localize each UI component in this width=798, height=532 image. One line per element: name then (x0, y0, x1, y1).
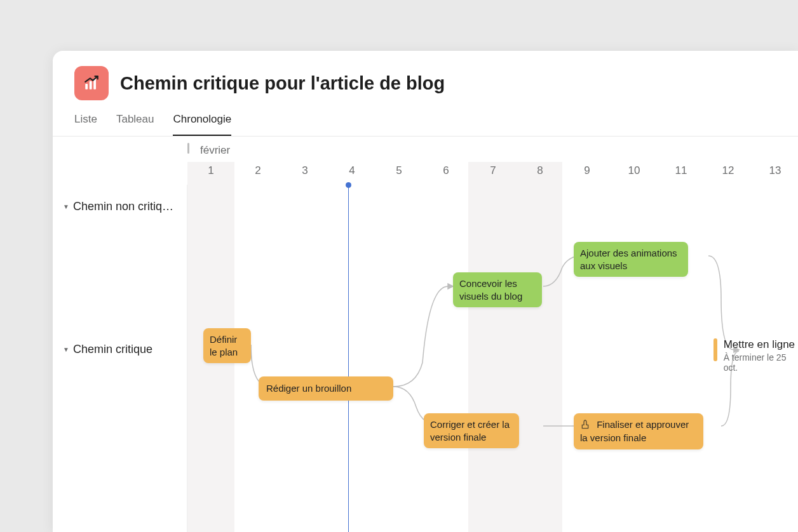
date-3: 3 (281, 164, 328, 177)
section-critical[interactable]: ▼ Chemin critique (53, 335, 187, 364)
view-tabs: Liste Tableau Chronologie (74, 113, 776, 136)
svg-rect-1 (90, 81, 92, 90)
date-9: 9 (564, 164, 611, 177)
task-define-plan[interactable]: Définir le plan (203, 328, 251, 363)
date-axis: 1 2 3 4 5 6 7 8 9 10 11 12 13 (53, 164, 798, 182)
milestone-bar (713, 338, 717, 361)
task-correct-final[interactable]: Corriger et créer la version finale (424, 413, 519, 448)
today-indicator (348, 185, 349, 532)
section-noncritical[interactable]: ▼ Chemin non critique (53, 192, 187, 221)
date-5: 5 (375, 164, 423, 177)
milestone-due: À terminer le 25 oct. (724, 352, 798, 373)
timeline-chart[interactable]: Concevoir les visuels du blog Ajouter de… (187, 185, 798, 532)
timeline-sidebar: ▼ Chemin non critique ▼ Chemin critique (53, 185, 187, 532)
caret-down-icon: ▼ (63, 346, 69, 353)
task-label: Finaliser et approuver la version finale (580, 419, 689, 443)
section-label: Chemin critique (73, 343, 152, 356)
task-write-draft[interactable]: Rédiger un brouillon (259, 376, 393, 401)
tab-list[interactable]: Liste (74, 113, 97, 136)
task-design-visuals[interactable]: Concevoir les visuels du blog (453, 272, 542, 307)
date-7: 7 (470, 164, 517, 177)
caret-down-icon: ▼ (63, 203, 69, 210)
approval-icon (580, 419, 590, 432)
project-title: Chemin critique pour l'article de blog (120, 73, 445, 94)
date-1: 1 (187, 164, 234, 177)
section-label: Chemin non critique (73, 200, 175, 213)
date-4: 4 (328, 164, 375, 177)
date-10: 10 (611, 164, 658, 177)
date-8: 8 (517, 164, 564, 177)
date-11: 11 (658, 164, 705, 177)
task-label: Rédiger un brouillon (266, 383, 351, 394)
task-finalize-approve[interactable]: Finaliser et approuver la version finale (574, 413, 703, 449)
task-label: Ajouter des animations aux visuels (580, 248, 677, 271)
date-2: 2 (234, 164, 281, 177)
project-window: Chemin critique pour l'article de blog L… (53, 51, 798, 532)
header: Chemin critique pour l'article de blog L… (53, 51, 798, 136)
tab-timeline[interactable]: Chronologie (173, 113, 231, 136)
project-icon (74, 66, 109, 100)
month-marker (187, 143, 189, 154)
date-12: 12 (705, 164, 752, 177)
date-13: 13 (752, 164, 798, 177)
milestone-title: Mettre en ligne (724, 338, 798, 351)
svg-rect-0 (85, 84, 88, 90)
month-label: février (200, 144, 230, 157)
date-6: 6 (423, 164, 470, 177)
svg-marker-4 (448, 284, 453, 289)
tab-board[interactable]: Tableau (116, 113, 154, 136)
milestone-publish[interactable]: Mettre en ligne À terminer le 25 oct. (713, 338, 798, 373)
task-label: Concevoir les visuels du blog (459, 278, 522, 302)
task-label: Corriger et créer la version finale (430, 419, 510, 442)
timeline-view: février 1 2 3 4 5 6 7 8 9 10 11 12 13 ▼ … (53, 136, 798, 532)
task-add-animations[interactable]: Ajouter des animations aux visuels (574, 242, 688, 277)
task-label: Définir le plan (210, 334, 238, 357)
